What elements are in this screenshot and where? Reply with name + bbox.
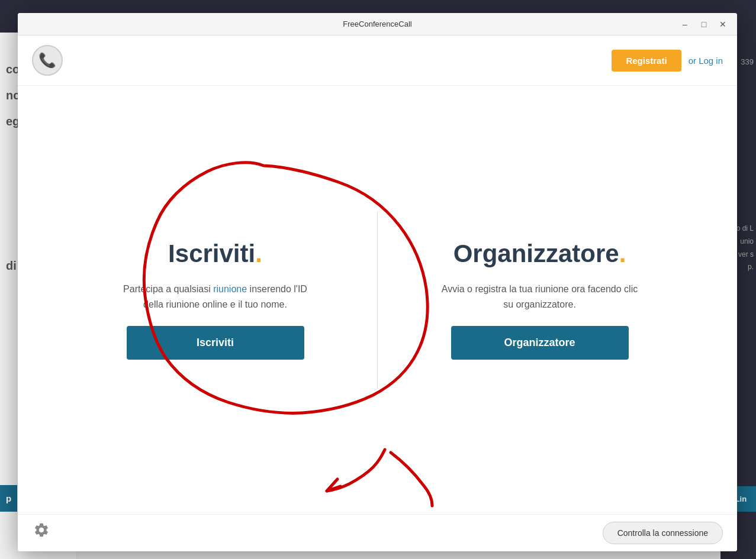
iscriviti-dot: .: [255, 240, 262, 267]
close-button[interactable]: ✕: [715, 16, 731, 33]
main-content: Iscriviti. Partecipa a qualsiasi riunion…: [18, 86, 737, 514]
organizzatore-description: Avvia o registra la tua riunione ora fac…: [439, 282, 641, 312]
check-connection-button[interactable]: Controlla la connessione: [603, 522, 723, 544]
organizzatore-button[interactable]: Organizzatore: [451, 326, 629, 360]
organizzatore-title: Organizzatore.: [453, 240, 626, 267]
dialog-window: FreeConferenceCall – □ ✕ 📞 Registrati or…: [18, 13, 737, 551]
iscriviti-button[interactable]: Iscriviti: [127, 326, 304, 360]
window-controls: – □ ✕: [677, 13, 731, 35]
dialog-footer: Controlla la connessione: [18, 514, 737, 551]
login-link[interactable]: or Log in: [689, 56, 723, 66]
riunione-link[interactable]: riunione: [213, 284, 247, 294]
app-logo: 📞: [32, 45, 63, 76]
logo-area: 📞: [32, 45, 63, 76]
iscriviti-column: Iscriviti. Partecipa a qualsiasi riunion…: [53, 217, 377, 383]
minimize-button[interactable]: –: [677, 16, 693, 33]
window-title: FreeConferenceCall: [343, 20, 411, 28]
iscriviti-description: Partecipa a qualsiasi riunione inserendo…: [115, 282, 316, 312]
phone-icon: 📞: [38, 52, 56, 69]
header-actions: Registrati or Log in: [612, 50, 723, 72]
iscriviti-title: Iscriviti.: [168, 240, 262, 267]
maximize-button[interactable]: □: [696, 16, 712, 33]
settings-gear-icon[interactable]: [32, 521, 51, 539]
organizzatore-dot: .: [619, 240, 626, 267]
dialog-header: 📞 Registrati or Log in: [18, 35, 737, 86]
bg-left-button: p: [0, 485, 17, 512]
title-bar: FreeConferenceCall – □ ✕: [18, 13, 737, 35]
register-button[interactable]: Registrati: [612, 50, 681, 72]
organizzatore-column: Organizzatore. Avvia o registra la tua r…: [378, 217, 702, 383]
dialog-body: 📞 Registrati or Log in Iscriviti. Partec…: [18, 35, 737, 551]
